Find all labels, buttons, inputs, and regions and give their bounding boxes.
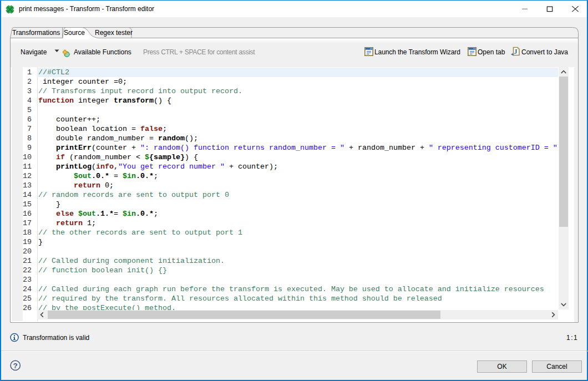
svg-text:J: J [514, 48, 518, 55]
svg-text:?: ? [13, 362, 18, 370]
